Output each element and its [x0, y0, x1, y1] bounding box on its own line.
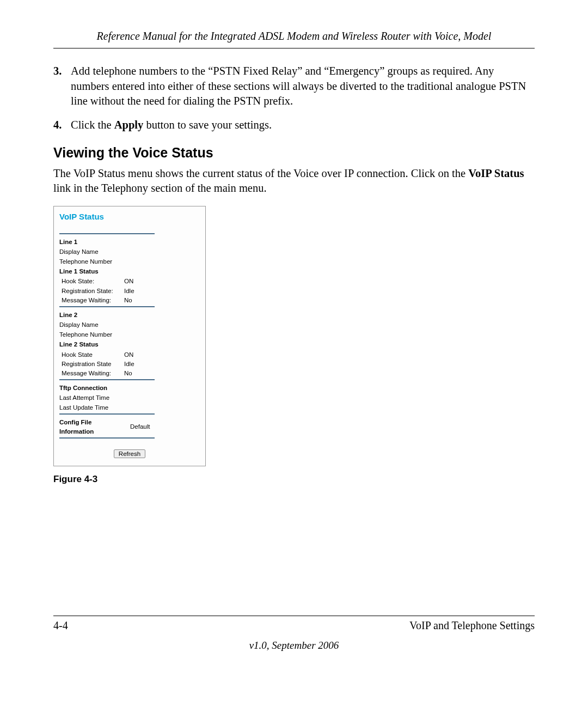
- line1-hook-row: Hook State: ON: [62, 277, 200, 286]
- line2-hook-label: Hook State: [62, 350, 124, 360]
- config-label2: Information: [59, 428, 94, 435]
- config-label1: Config File: [59, 419, 91, 425]
- tftp-last-attempt: Last Attempt Time: [59, 393, 200, 402]
- line2-display-name: Display Name: [59, 320, 200, 329]
- line1-msg-row: Message Waiting: No: [62, 296, 200, 305]
- footer-version: v1.0, September 2006: [53, 640, 535, 652]
- para-pre: The VoIP Status menu shows the current s…: [53, 167, 468, 179]
- footer-page-number: 4-4: [53, 619, 68, 632]
- panel-rule: [59, 306, 155, 307]
- line1-block: Line 1 Display Name Telephone Number Lin…: [59, 238, 200, 305]
- line2-reg-row: Registration State Idle: [62, 360, 200, 369]
- line2-block: Line 2 Display Name Telephone Number Lin…: [59, 311, 200, 378]
- line2-heading: Line 2: [59, 311, 200, 319]
- page-footer: 4-4 VoIP and Telephone Settings v1.0, Se…: [53, 616, 535, 652]
- item4-post: button to save your settings.: [143, 119, 272, 131]
- footer-rule: [53, 616, 535, 616]
- line2-msg-value: No: [124, 369, 132, 378]
- line1-hook-label: Hook State:: [62, 277, 124, 286]
- section-paragraph: The VoIP Status menu shows the current s…: [53, 166, 535, 196]
- list-number-3: 3.: [53, 64, 71, 109]
- footer-section-title: VoIP and Telephone Settings: [409, 619, 535, 632]
- tftp-heading: Tftp Connection: [59, 384, 200, 392]
- refresh-button[interactable]: Refresh: [114, 449, 145, 458]
- list-item-3: 3. Add telephone numbers to the “PSTN Fi…: [53, 64, 535, 109]
- tftp-block: Tftp Connection Last Attempt Time Last U…: [59, 384, 200, 412]
- list-body-3: Add telephone numbers to the “PSTN Fixed…: [71, 64, 535, 109]
- voip-panel-title: VoIP Status: [59, 212, 200, 221]
- line1-display-name: Display Name: [59, 247, 200, 256]
- line2-msg-row: Message Waiting: No: [62, 369, 200, 378]
- header-rule: [53, 48, 535, 48]
- header-title: Reference Manual for the Integrated ADSL…: [53, 30, 535, 42]
- panel-rule: [59, 437, 155, 439]
- line1-reg-label: Registration State:: [62, 287, 124, 296]
- line1-reg-value: Idle: [124, 287, 134, 296]
- line1-status-heading: Line 1 Status: [59, 267, 200, 276]
- panel-rule: [59, 379, 155, 380]
- line1-hook-value: ON: [124, 277, 133, 286]
- line1-reg-row: Registration State: Idle: [62, 287, 200, 296]
- voip-status-panel: VoIP Status Line 1 Display Name Telephon…: [53, 206, 206, 466]
- panel-rule: [59, 233, 155, 234]
- line2-hook-row: Hook State ON: [62, 350, 200, 360]
- list-item-4: 4. Click the Apply button to save your s…: [53, 118, 535, 133]
- item4-pre: Click the: [71, 119, 114, 131]
- section-heading: Viewing the Voice Status: [53, 145, 535, 161]
- line1-telephone: Telephone Number: [59, 257, 200, 266]
- line2-status-heading: Line 2 Status: [59, 340, 200, 349]
- line2-telephone: Telephone Number: [59, 330, 200, 339]
- tftp-last-update: Last Update Time: [59, 403, 200, 412]
- config-value: Default: [130, 422, 150, 431]
- line2-hook-value: ON: [124, 350, 133, 360]
- line1-heading: Line 1: [59, 238, 200, 246]
- config-row: Config File Information Default: [59, 418, 200, 437]
- item4-bold: Apply: [114, 119, 144, 131]
- line2-reg-value: Idle: [124, 360, 134, 369]
- list-number-4: 4.: [53, 118, 71, 133]
- line1-msg-label: Message Waiting:: [62, 296, 124, 305]
- para-post: link in the Telephony section of the mai…: [53, 182, 267, 194]
- line2-msg-label: Message Waiting:: [62, 369, 124, 378]
- list-body-4: Click the Apply button to save your sett…: [71, 118, 535, 133]
- line1-msg-value: No: [124, 296, 132, 305]
- para-bold: VoIP Status: [468, 167, 524, 179]
- panel-rule: [59, 413, 155, 415]
- figure-caption: Figure 4-3: [53, 474, 535, 485]
- line2-reg-label: Registration State: [62, 360, 124, 369]
